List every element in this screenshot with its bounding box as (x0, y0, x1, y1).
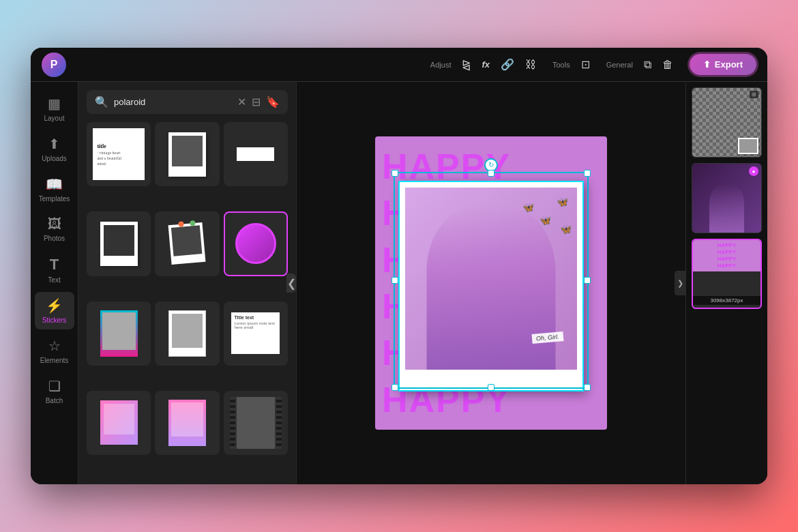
top-bar: P Adjust ⧎ fx 🔗 ⛓ Tools ⊡ General ⧉ 🗑 ⬆ … (31, 48, 767, 82)
uploads-icon: ⬆ (48, 136, 60, 152)
butterfly-2: 🦋 (540, 215, 551, 226)
layer-2-indicator: ● (749, 166, 758, 176)
layer-3-happy: HAPPY HAPPY HAPPY HAPPY (693, 240, 760, 271)
sticker-item-8[interactable] (155, 301, 219, 366)
expand-right-panel[interactable]: ❯ (675, 271, 685, 295)
layer-3-content: HAPPY HAPPY HAPPY HAPPY 3098x3872px (693, 240, 760, 308)
left-sidebar: ▦ Layout ⬆ Uploads 📖 Templates 🖼 Photos … (31, 82, 78, 484)
sticker-item-9[interactable]: Title text Lorem ipsum note text here sm… (224, 301, 288, 366)
happy-poster: HAPPY HAPPY HAPPY HAPPY HAPPY HAPPY (375, 136, 607, 430)
layer-1-polaroid-mini (738, 138, 758, 154)
sidebar-item-text[interactable]: T Text (35, 250, 74, 289)
search-icon: 🔍 (95, 95, 108, 108)
sticker-item-6[interactable] (224, 211, 288, 276)
sidebar-item-elements-label: Elements (40, 357, 69, 364)
thumb-happy-4: HAPPY (718, 263, 737, 269)
tools-group: Tools ⊡ (552, 55, 593, 74)
tacked-polaroid (168, 222, 206, 265)
thumb-happy-2: HAPPY (718, 250, 737, 255)
crop-icon[interactable]: ⊡ (578, 55, 593, 74)
polaroid-inner-3 (172, 314, 203, 348)
sticker-item-4[interactable] (87, 211, 151, 276)
sticker-panel: 🔍 ✕ ⊟ 🔖 title · vintage heart and a beau… (78, 82, 297, 484)
layer-1-inner (739, 139, 757, 153)
butterfly-1: 🦋 (557, 196, 568, 207)
sidebar-item-layout[interactable]: ▦ Layout (35, 90, 74, 128)
sticker-item-5[interactable] (155, 211, 219, 276)
expand-arrow[interactable]: ❯ (675, 271, 685, 295)
sidebar-item-stickers[interactable]: ⚡ Stickers (35, 292, 74, 329)
layer-2-figure (709, 184, 744, 233)
oh-girl-text: Oh, Girl. (532, 331, 564, 344)
tacked-inner (171, 226, 203, 257)
sidebar-item-templates[interactable]: 📖 Templates (35, 171, 74, 208)
text-icon: T (50, 256, 59, 274)
photos-icon: 🖼 (48, 216, 61, 232)
sticker-item-12[interactable] (224, 391, 288, 455)
text-block-title: Title text (234, 315, 277, 320)
link-icon[interactable]: 🔗 (498, 55, 517, 74)
canvas-content: HAPPY HAPPY HAPPY HAPPY HAPPY HAPPY (375, 136, 607, 430)
sidebar-item-batch-label: Batch (46, 397, 63, 404)
sticker-item-1[interactable]: title · vintage heart and a beautiful mi… (87, 122, 151, 186)
search-input[interactable] (114, 97, 232, 107)
copy-icon[interactable]: ⧉ (641, 56, 654, 74)
polaroid-photo: Oh, Girl. 🦋 🦋 🦋 🦋 (405, 188, 577, 370)
sidebar-item-uploads[interactable]: ⬆ Uploads (35, 130, 74, 168)
filmstrip-holes-left (230, 397, 235, 448)
text-block-body: Lorem ipsum note text here small (234, 321, 277, 329)
polaroid-single (168, 132, 206, 177)
sticker-item-7[interactable] (87, 301, 151, 366)
sidebar-item-photos-label: Photos (44, 235, 65, 242)
polaroid-white (100, 222, 138, 266)
cyan-inner (102, 312, 136, 350)
sticker-item-10[interactable] (87, 391, 151, 455)
polaroid-overlay[interactable]: Oh, Girl. 🦋 🦋 🦋 🦋 (398, 181, 584, 392)
sidebar-item-uploads-label: Uploads (42, 155, 67, 162)
clear-search-icon[interactable]: ✕ (237, 95, 246, 108)
stickers-icon: ⚡ (46, 297, 63, 314)
butterfly-3: 🦋 (522, 202, 534, 213)
export-icon: ⬆ (703, 59, 711, 70)
delete-icon[interactable]: 🗑 (660, 56, 676, 74)
layout-icon: ▦ (48, 95, 61, 112)
sidebar-item-batch[interactable]: ❑ Batch (35, 372, 74, 410)
chain-icon[interactable]: ⛓ (522, 56, 539, 74)
blank-strip (237, 147, 274, 161)
tools-label: Tools (552, 61, 570, 69)
general-label: General (606, 61, 633, 69)
sidebar-item-elements[interactable]: ☆ Elements (35, 332, 74, 370)
sticker-item-2[interactable] (155, 122, 219, 186)
butterfly-4: 🦋 (560, 224, 572, 235)
filter-icon[interactable]: ⊟ (252, 95, 261, 108)
filmstrip-holes-right (276, 397, 282, 448)
adjust-sliders-icon[interactable]: ⧎ (459, 55, 473, 74)
pink-polaroid (168, 400, 206, 446)
bookmark-icon[interactable]: 🔖 (266, 95, 280, 108)
adjust-label: Adjust (430, 61, 452, 69)
sticker-grid: title · vintage heart and a beautiful mi… (78, 122, 296, 484)
export-button[interactable]: ⬆ Export (690, 54, 756, 75)
search-controls: ✕ ⊟ 🔖 (237, 95, 280, 108)
layer-2-content: ● (692, 164, 761, 233)
fx-icon[interactable]: fx (479, 57, 492, 72)
thumb-happy-3: HAPPY (718, 256, 737, 262)
polaroid-inner-2 (104, 225, 134, 256)
sticker-item-3[interactable] (224, 122, 288, 186)
canvas-area[interactable]: HAPPY HAPPY HAPPY HAPPY HAPPY HAPPY (297, 82, 685, 484)
sticker-item-11[interactable] (155, 391, 219, 455)
layer-thumb-2[interactable]: ● (692, 163, 762, 233)
layer-1-content: ⊞ (692, 88, 761, 157)
sidebar-item-photos[interactable]: 🖼 Photos (35, 211, 74, 248)
top-bar-tools: Adjust ⧎ fx 🔗 ⛓ Tools ⊡ General ⧉ 🗑 ⬆ Ex… (430, 54, 756, 75)
collapse-panel-button[interactable]: ❮ (286, 274, 296, 293)
sidebar-item-stickers-label: Stickers (42, 316, 67, 324)
gradient-polaroid (100, 400, 138, 445)
app-window: P Adjust ⧎ fx 🔗 ⛓ Tools ⊡ General ⧉ 🗑 ⬆ … (31, 48, 767, 484)
sidebar-item-layout-label: Layout (44, 115, 64, 122)
sidebar-item-text-label: Text (48, 276, 60, 284)
layer-thumb-1[interactable]: ⊞ (692, 87, 762, 158)
right-panel: ⊞ ● HAPPY HAPPY HAPPY (685, 82, 767, 484)
layer-thumb-3[interactable]: HAPPY HAPPY HAPPY HAPPY 3098x3872px (692, 239, 762, 309)
filmstrip-frames (237, 397, 274, 448)
